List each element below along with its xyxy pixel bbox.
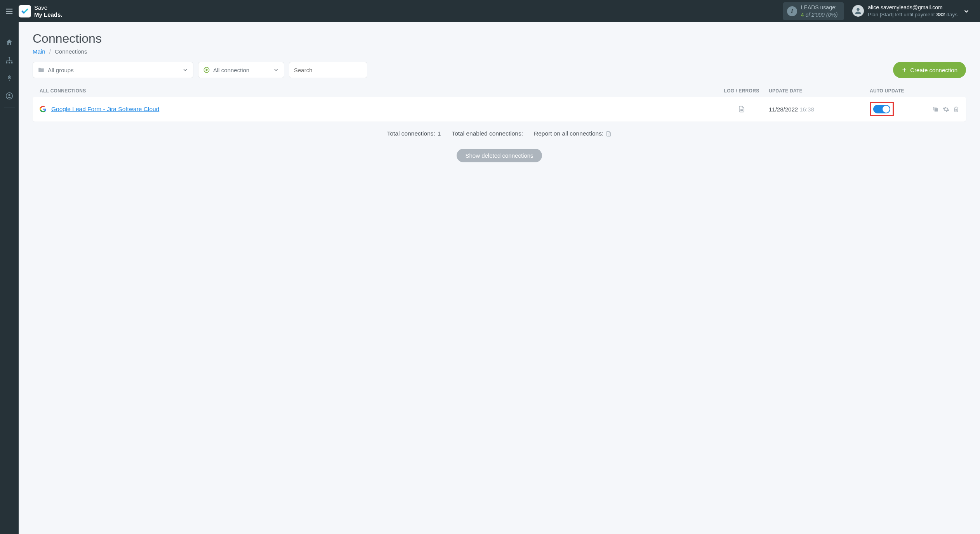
groups-filter-label: All groups (48, 67, 74, 73)
usage-label: LEADS usage: (801, 4, 838, 11)
breadcrumb-main-link[interactable]: Main (33, 48, 45, 55)
svg-point-9 (9, 94, 10, 96)
sidebar-home-icon[interactable] (0, 34, 19, 51)
connection-filter-label: All connection (213, 67, 249, 73)
sidebar-connections-icon[interactable] (0, 52, 19, 69)
connection-filter-select[interactable]: All connection (198, 62, 284, 78)
svg-rect-6 (9, 62, 10, 63)
total-enabled-connections: Total enabled connections: (452, 130, 523, 137)
table-row: Google Lead Form - Jira Software Cloud 1… (33, 97, 966, 122)
chevron-down-icon (182, 67, 188, 73)
breadcrumb: Main / Connections (33, 48, 966, 55)
hamburger-menu-icon[interactable] (5, 7, 14, 16)
svg-point-3 (857, 8, 860, 11)
report-all-connections[interactable]: Report on all connections: (534, 130, 612, 137)
app-header: Save My Leads. i LEADS usage: 4 of 2'000… (0, 0, 980, 22)
brand-name: Save My Leads. (34, 4, 63, 18)
folder-icon (38, 66, 45, 73)
user-menu-chevron-icon[interactable] (957, 8, 975, 15)
info-icon[interactable]: i (787, 6, 797, 16)
gear-icon[interactable] (943, 106, 949, 113)
col-header-log: LOG / ERRORS (718, 88, 765, 94)
sidebar (0, 22, 19, 534)
groups-filter-select[interactable]: All groups (33, 62, 193, 78)
chevron-down-icon (273, 67, 279, 73)
svg-rect-7 (11, 62, 12, 63)
col-header-all: ALL CONNECTIONS (40, 88, 718, 94)
create-connection-label: Create connection (910, 67, 957, 73)
auto-update-highlight (870, 102, 894, 116)
col-header-auto: AUTO UPDATE (870, 88, 924, 94)
main-content: Connections Main / Connections All group… (19, 22, 980, 534)
google-icon (40, 106, 47, 113)
usage-box: i LEADS usage: 4 of 2'000 (0%) (783, 2, 844, 20)
play-circle-icon (203, 66, 210, 73)
table-header: ALL CONNECTIONS LOG / ERRORS UPDATE DATE… (33, 85, 966, 97)
auto-update-toggle[interactable] (873, 105, 890, 113)
create-connection-button[interactable]: Create connection (893, 62, 966, 78)
brand-line1: Save (34, 4, 63, 11)
search-input-wrapper[interactable] (289, 62, 367, 78)
total-connections: Total connections: 1 (387, 130, 441, 137)
sidebar-billing-icon[interactable] (0, 70, 19, 87)
user-menu[interactable]: alice.savemyleads@gmail.com Plan |Start|… (852, 4, 957, 18)
copy-icon[interactable] (932, 106, 939, 113)
svg-rect-16 (935, 108, 938, 111)
show-deleted-button[interactable]: Show deleted connections (457, 149, 542, 162)
svg-rect-5 (6, 62, 7, 63)
page-title: Connections (33, 31, 966, 46)
col-header-date: UPDATE DATE (765, 88, 831, 94)
report-document-icon (606, 130, 612, 137)
trash-icon[interactable] (953, 106, 959, 113)
breadcrumb-current: Connections (55, 48, 87, 55)
svg-rect-4 (9, 57, 10, 58)
svg-marker-11 (206, 69, 208, 71)
brand-line2: My Leads. (34, 11, 63, 18)
search-input[interactable] (294, 67, 362, 73)
user-avatar-icon (852, 5, 864, 17)
user-email: alice.savemyleads@gmail.com (868, 4, 957, 11)
log-document-icon[interactable] (738, 105, 745, 113)
sidebar-account-icon[interactable] (0, 87, 19, 104)
connection-date: 11/28/2022 16:38 (765, 106, 831, 113)
user-plan: Plan |Start| left until payment 382 days (868, 11, 957, 18)
summary-row: Total connections: 1 Total enabled conne… (33, 130, 966, 137)
usage-value: 4 of 2'000 (0%) (801, 11, 838, 18)
brand-logo-icon[interactable] (19, 5, 31, 17)
plus-icon (902, 67, 907, 73)
connection-name-link[interactable]: Google Lead Form - Jira Software Cloud (51, 106, 159, 113)
